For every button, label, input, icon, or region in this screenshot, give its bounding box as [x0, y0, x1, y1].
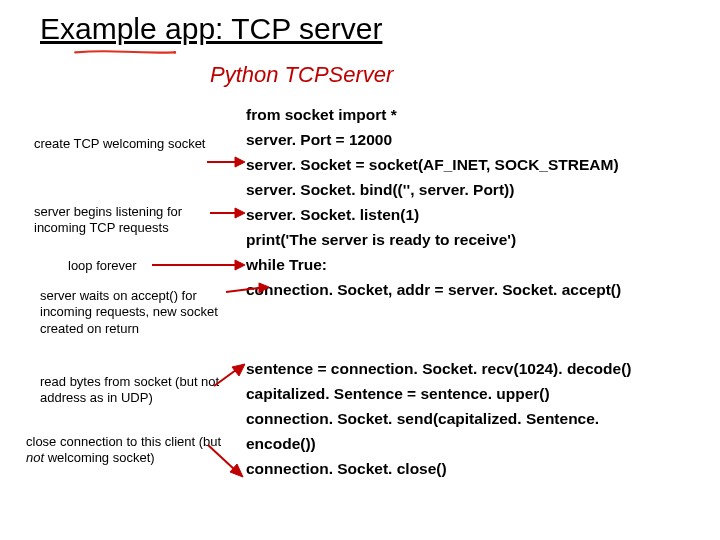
subtitle: Python TCPServer [210, 62, 393, 88]
code-line-7: while True: [246, 256, 327, 274]
arrow-icon [150, 258, 245, 272]
red-underline-icon [40, 50, 210, 56]
code-line-10: capitalized. Sentence = sentence. upper(… [246, 385, 550, 403]
code-line-6: print('The server is ready to receive') [246, 231, 516, 249]
arrow-icon [208, 206, 245, 220]
code-line-5: server. Socket. listen(1) [246, 206, 419, 224]
annotation-create-socket: create TCP welcoming socket [34, 136, 214, 152]
svg-line-11 [208, 445, 235, 470]
svg-line-7 [226, 288, 259, 292]
svg-point-0 [173, 51, 176, 54]
code-line-1: from socket import * [246, 106, 397, 124]
svg-line-9 [214, 370, 236, 386]
annotation-accept: server waits on accept() for incoming re… [40, 288, 230, 337]
annotation-close-part1: close connection to this client (but [26, 434, 221, 449]
page-title: Example app: TCP server [40, 12, 382, 46]
svg-marker-4 [235, 208, 245, 218]
code-line-9: sentence = connection. Socket. recv(1024… [246, 360, 632, 378]
annotation-close-part2: welcoming socket) [44, 450, 155, 465]
annotation-listen: server begins listening for incoming TCP… [34, 204, 214, 237]
annotation-close-not: not [26, 450, 44, 465]
arrow-icon [224, 280, 269, 296]
svg-marker-8 [259, 283, 269, 293]
svg-marker-10 [232, 364, 245, 376]
code-line-11: connection. Socket. send(capitalized. Se… [246, 410, 599, 428]
arrow-icon [205, 442, 245, 482]
svg-marker-6 [235, 260, 245, 270]
code-line-8: connection. Socket, addr = server. Socke… [246, 281, 621, 299]
code-line-4: server. Socket. bind(('', server. Port)) [246, 181, 514, 199]
code-line-2: server. Port = 12000 [246, 131, 392, 149]
annotation-read: read bytes from socket (but not address … [40, 374, 230, 407]
arrow-icon [205, 155, 245, 169]
code-line-13: connection. Socket. close() [246, 460, 447, 478]
svg-marker-2 [235, 157, 245, 167]
arrow-icon [212, 362, 245, 390]
code-line-3: server. Socket = socket(AF_INET, SOCK_ST… [246, 156, 619, 174]
code-line-12: encode()) [246, 435, 316, 453]
annotation-close: close connection to this client (but not… [26, 434, 226, 467]
